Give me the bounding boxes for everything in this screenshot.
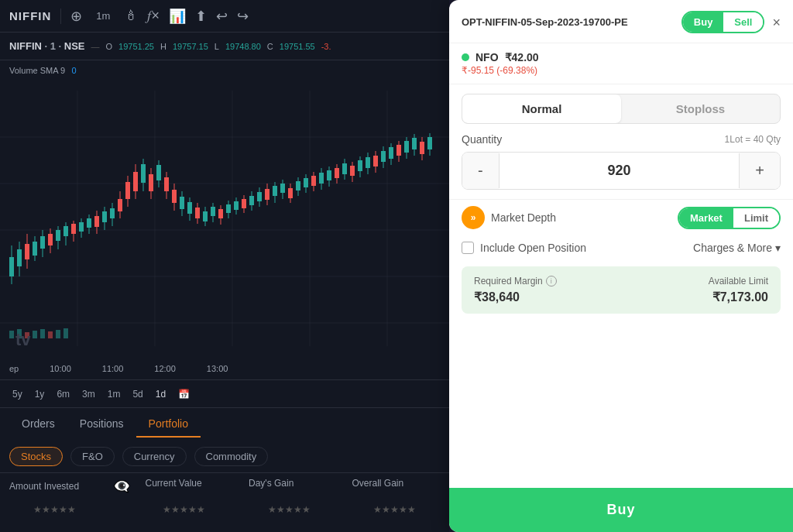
tf-1y[interactable]: 1y: [32, 387, 48, 401]
calendar-icon[interactable]: 📅: [175, 387, 193, 401]
svg-rect-19: [40, 236, 45, 249]
buy-toggle-btn[interactable]: Buy: [683, 12, 724, 32]
market-depth-row: » Market Depth Market Limit: [449, 199, 793, 235]
svg-rect-29: [79, 222, 84, 232]
filter-commodity[interactable]: Commodity: [194, 447, 269, 466]
svg-rect-45: [141, 164, 146, 183]
margin-section: Required Margin i ₹38,640 Available Limi…: [462, 266, 781, 314]
filter-currency[interactable]: Currency: [122, 447, 187, 466]
time-ep: ep: [9, 364, 19, 373]
buy-sell-toggle: Buy Sell: [681, 11, 765, 33]
available-limit-value: ₹7,173.00: [709, 290, 768, 304]
svg-rect-126: [56, 330, 60, 338]
svg-rect-53: [172, 190, 177, 203]
tf-5y[interactable]: 5y: [9, 387, 26, 401]
svg-rect-125: [48, 331, 53, 338]
tab-positions[interactable]: Positions: [67, 411, 136, 438]
quantity-label: Quantity: [462, 133, 502, 146]
svg-rect-79: [273, 186, 277, 196]
close-value: 19751.55: [280, 42, 315, 51]
undo-icon[interactable]: ↩: [216, 8, 228, 25]
svg-rect-31: [87, 218, 91, 228]
svg-rect-95: [335, 168, 339, 178]
svg-rect-120: [9, 331, 14, 338]
charges-more-button[interactable]: Charges & More ▾: [693, 242, 781, 254]
include-open-position-label[interactable]: Include Open Position: [462, 242, 586, 254]
svg-rect-49: [156, 165, 161, 180]
tf-1m[interactable]: 1m: [105, 387, 124, 401]
quantity-minus-button[interactable]: -: [462, 153, 499, 189]
open-position-row: Include Open Position Charges & More ▾: [449, 235, 793, 260]
price-value: ₹42.00: [505, 51, 539, 63]
redo-icon[interactable]: ↪: [237, 8, 249, 25]
svg-rect-63: [211, 207, 215, 216]
symbol-bar: NIFFIN · 1 · NSE — O 19751.25 H 19757.15…: [0, 33, 449, 60]
toolbar: NIFFIN ⊕ 1m 🕯 𝑓× 📊 ⬆ ↩ ↪: [0, 0, 449, 33]
svg-rect-124: [40, 329, 45, 338]
svg-rect-77: [265, 189, 269, 200]
market-type-button[interactable]: Market: [679, 208, 733, 228]
filter-stocks[interactable]: Stocks: [9, 447, 63, 466]
svg-rect-47: [149, 174, 153, 191]
svg-rect-13: [17, 249, 22, 266]
timeframe-btn[interactable]: 1m: [91, 9, 115, 23]
symbol-name: NIFFIN · 1 · NSE: [9, 40, 85, 52]
svg-rect-89: [311, 176, 316, 186]
buy-action-button[interactable]: Buy: [449, 488, 793, 532]
svg-rect-113: [404, 141, 409, 153]
volume-label: Volume SMA 9: [9, 66, 65, 75]
svg-rect-15: [25, 244, 29, 259]
tf-1d[interactable]: 1d: [153, 387, 169, 401]
quantity-plus-button[interactable]: +: [740, 153, 780, 189]
tf-3m[interactable]: 3m: [79, 387, 98, 401]
available-limit-item: Available Limit ₹7,173.00: [709, 276, 768, 304]
tf-5d[interactable]: 5d: [129, 387, 146, 401]
close-button[interactable]: ×: [772, 15, 781, 29]
depth-arrows-icon[interactable]: »: [462, 206, 485, 229]
tab-normal[interactable]: Normal: [462, 94, 621, 123]
change-value: -3.: [321, 42, 331, 51]
tab-stoploss[interactable]: Stoploss: [621, 94, 780, 123]
limit-type-button[interactable]: Limit: [733, 208, 779, 228]
tf-6m[interactable]: 6m: [53, 387, 73, 401]
tab-orders[interactable]: Orders: [9, 411, 67, 438]
svg-rect-75: [257, 192, 262, 201]
live-indicator: [462, 53, 469, 61]
svg-rect-25: [64, 226, 68, 236]
svg-rect-101: [358, 160, 362, 171]
indicators-icon[interactable]: 𝑓×: [147, 8, 160, 24]
lot-info: 1Lot = 40 Qty: [725, 134, 781, 145]
filter-fno[interactable]: F&O: [70, 447, 115, 466]
svg-rect-107: [381, 151, 386, 162]
quantity-value: 920: [499, 153, 740, 188]
tab-portfolio[interactable]: Portfolio: [136, 411, 201, 438]
info-icon[interactable]: i: [546, 276, 557, 287]
chart-type-icon[interactable]: 📊: [169, 8, 186, 25]
close-label: C: [267, 42, 273, 51]
price-section: NFO ₹42.00 ₹-95.15 (-69.38%): [449, 43, 793, 84]
svg-rect-61: [203, 211, 208, 221]
include-open-position-checkbox[interactable]: [462, 242, 474, 254]
svg-rect-21: [48, 234, 53, 245]
time-13: 13:00: [207, 364, 228, 373]
add-icon[interactable]: ⊕: [70, 8, 82, 25]
time-10: 10:00: [50, 364, 71, 373]
separator-1: [60, 9, 61, 24]
bottom-tabs: Orders Positions Portfolio: [0, 407, 449, 440]
required-margin-label: Required Margin: [474, 276, 543, 287]
chart-area: NIFFIN ⊕ 1m 🕯 𝑓× 📊 ⬆ ↩ ↪ NIFFIN · 1 · NS…: [0, 0, 449, 532]
high-label: H: [160, 42, 166, 51]
time-axis: ep 10:00 11:00 12:00 13:00: [0, 358, 449, 379]
time-12: 12:00: [154, 364, 176, 373]
col-overall-gain: Overall Gain: [352, 478, 441, 495]
required-margin-item: Required Margin i ₹38,640: [474, 276, 557, 304]
required-margin-value: ₹38,640: [474, 290, 557, 304]
sell-toggle-btn[interactable]: Sell: [723, 12, 763, 32]
cell-days: ★★★★★: [245, 504, 335, 515]
market-depth-label[interactable]: Market Depth: [491, 211, 556, 224]
svg-rect-115: [412, 138, 417, 149]
svg-rect-87: [304, 178, 308, 187]
upload-icon[interactable]: ⬆: [195, 8, 207, 25]
candlestick-icon[interactable]: 🕯: [124, 8, 138, 24]
svg-rect-81: [280, 184, 285, 193]
